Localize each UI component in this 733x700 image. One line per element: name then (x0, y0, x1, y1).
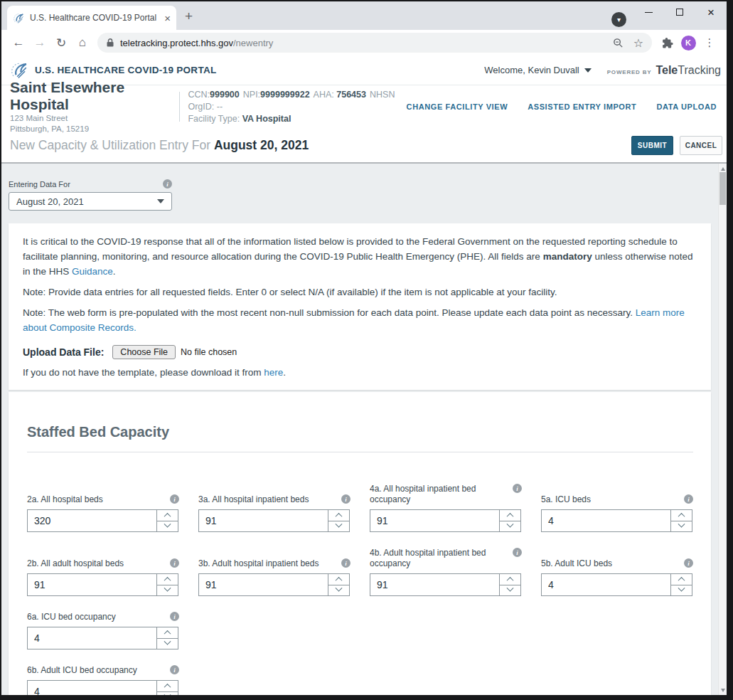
info-icon[interactable]: i (170, 558, 179, 568)
spin-down-button[interactable] (156, 691, 178, 696)
mandatory-text: mandatory (543, 251, 592, 262)
facility-actions: CHANGE FACILITY VIEW ASSISTED ENTRY IMPO… (407, 102, 717, 111)
home-icon[interactable]: ⌂ (72, 36, 93, 50)
number-input[interactable]: 4 (541, 509, 671, 532)
field-2b: 2b. All adult hospital bedsi 91 (27, 558, 179, 596)
browser-menu-icon[interactable]: ⋮ (699, 36, 720, 49)
section-title: Staffed Bed Capacity (27, 424, 693, 440)
data-upload-link[interactable]: DATA UPLOAD (656, 102, 717, 111)
spin-down-button[interactable] (499, 521, 521, 533)
spin-up-button[interactable] (670, 509, 692, 521)
choose-file-button[interactable]: Choose File (112, 345, 176, 359)
reload-icon[interactable]: ↻ (50, 36, 72, 51)
user-menu[interactable]: Welcome, Kevin Duvall (484, 65, 591, 75)
number-input[interactable]: 320 (27, 509, 157, 532)
field-label: 6b. Adult ICU bed occupancy (27, 665, 170, 676)
chevron-down-icon (164, 521, 171, 528)
spin-up-button[interactable] (156, 627, 178, 639)
extensions-icon[interactable] (656, 37, 678, 49)
url-domain: teletracking.protect.hhs.gov (120, 38, 233, 48)
submit-button[interactable]: SUBMIT (631, 136, 673, 155)
tab-strip: U.S. Healthcare COVID-19 Portal × + ▾ × (1, 1, 727, 30)
spin-down-button[interactable] (670, 521, 692, 533)
chevron-down-icon (678, 585, 685, 592)
upload-data-file-label: Upload Data File: (23, 346, 104, 358)
url-path: /newentry (233, 38, 273, 48)
number-input[interactable]: 91 (370, 509, 500, 532)
spin-down-button[interactable] (328, 521, 350, 533)
chevron-down-icon (678, 521, 685, 528)
minimize-button[interactable] (633, 1, 664, 23)
spin-down-button[interactable] (499, 585, 521, 597)
address-bar[interactable]: teletracking.protect.hhs.gov/newentry ☆ (97, 33, 652, 53)
entering-data-select[interactable]: August 20, 2021 (9, 192, 172, 211)
info-icon[interactable]: i (170, 494, 179, 504)
fields-grid: 2a. All hospital bedsi 320 3a. All hospi… (27, 484, 693, 695)
page-content: Entering Data For i August 20, 2021 It i… (1, 164, 727, 695)
spin-up-button[interactable] (670, 573, 692, 585)
number-input[interactable]: 4 (27, 680, 157, 695)
facility-address-line1: 123 Main Street (10, 113, 169, 124)
bookmark-star-icon[interactable]: ☆ (633, 36, 643, 50)
number-input[interactable]: 91 (370, 573, 500, 596)
info-icon[interactable]: i (513, 548, 522, 557)
change-facility-view-link[interactable]: CHANGE FACILITY VIEW (407, 102, 508, 111)
info-icon[interactable]: i (170, 612, 179, 621)
spin-up-button[interactable] (156, 680, 178, 692)
info-icon[interactable]: i (341, 558, 351, 568)
spin-up-button[interactable] (328, 509, 350, 521)
chrome-update-icon[interactable]: ▾ (611, 12, 626, 27)
back-icon[interactable]: ← (8, 36, 29, 50)
info-icon[interactable]: i (684, 494, 693, 504)
page-title: New Capacity & Utilization Entry For Aug… (10, 138, 309, 153)
info-icon[interactable]: i (170, 665, 179, 674)
spin-up-button[interactable] (156, 509, 178, 521)
info-icon[interactable]: i (341, 494, 351, 504)
template-here-link[interactable]: here (264, 367, 283, 378)
guidance-link[interactable]: Guidance (72, 266, 113, 277)
scrollbar[interactable] (718, 164, 727, 695)
chevron-down-icon (164, 691, 171, 695)
spin-up-button[interactable] (499, 573, 521, 585)
profile-avatar[interactable]: K (678, 36, 699, 51)
scrollbar-thumb[interactable] (719, 172, 726, 205)
spin-up-button[interactable] (156, 573, 178, 585)
facility-ids: CCN:999900NPI:9999999922AHA: 756453NHSN … (188, 89, 406, 125)
number-input[interactable]: 91 (198, 573, 328, 596)
field-3b: 3b. Adult hospital inpatient bedsi 91 (198, 558, 351, 596)
info-icon[interactable]: i (513, 484, 522, 493)
close-window-button[interactable]: × (695, 1, 727, 23)
number-input[interactable]: 4 (541, 573, 671, 596)
spin-down-button[interactable] (156, 521, 178, 533)
spin-down-button[interactable] (670, 585, 692, 597)
cancel-button[interactable]: CANCEL (680, 136, 722, 155)
facility-bar: Saint Elsewhere Hospital 123 Main Street… (1, 85, 727, 128)
new-tab-button[interactable]: + (185, 9, 193, 24)
spin-up-button[interactable] (328, 573, 350, 585)
number-input[interactable]: 91 (27, 573, 157, 596)
zoom-icon[interactable] (613, 38, 624, 48)
tab-close-icon[interactable]: × (164, 13, 171, 23)
spin-down-button[interactable] (156, 638, 178, 650)
number-input[interactable]: 91 (198, 509, 328, 532)
scroll-down-icon (721, 689, 725, 692)
assisted-entry-import-link[interactable]: ASSISTED ENTRY IMPORT (528, 102, 636, 111)
file-status: No file chosen (181, 347, 237, 357)
spin-down-button[interactable] (156, 585, 178, 597)
info-icon[interactable]: i (684, 558, 693, 568)
maximize-icon (676, 9, 683, 16)
info-icon[interactable]: i (163, 179, 172, 189)
spin-up-button[interactable] (499, 509, 521, 521)
field-4b: 4b. Adult hospital inpatient bed occupan… (370, 548, 522, 596)
field-label: 5b. Adult ICU beds (541, 558, 684, 569)
maximize-button[interactable] (664, 1, 695, 23)
chevron-up-icon (164, 577, 171, 584)
number-input[interactable]: 4 (27, 627, 157, 649)
browser-tab[interactable]: U.S. Healthcare COVID-19 Portal × (7, 6, 176, 30)
spin-down-button[interactable] (328, 585, 350, 597)
scrollbar-down-button[interactable] (719, 685, 727, 695)
entering-data-block: Entering Data For i August 20, 2021 (9, 179, 172, 211)
desktop-background: U.S. Healthcare COVID-19 Portal × + ▾ × … (0, 0, 733, 700)
chevron-up-icon (164, 513, 171, 520)
facility-address-line2: Pittsburgh, PA, 15219 (10, 124, 169, 134)
